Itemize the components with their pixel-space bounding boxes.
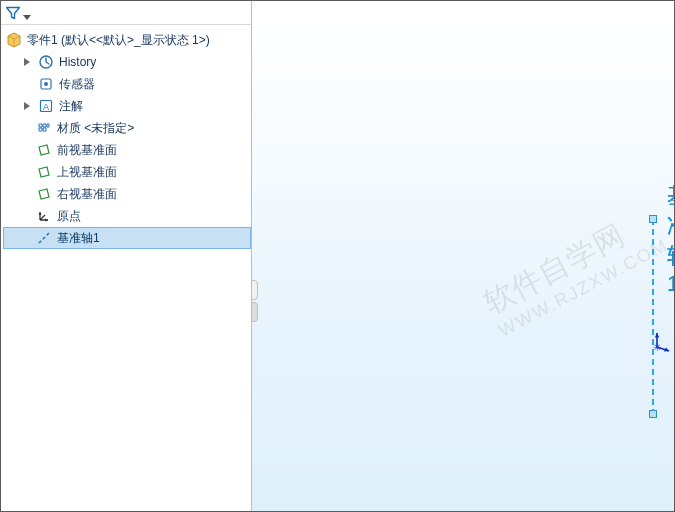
feature-tree-panel: 零件1 (默认<<默认>_显示状态 1>) History xyxy=(1,1,252,511)
chevron-down-icon xyxy=(23,10,31,16)
svg-text:✳: ✳ xyxy=(653,342,661,353)
expand-right-icon[interactable] xyxy=(21,100,33,112)
origin-triad-icon: ✳ xyxy=(647,329,673,358)
tree-item-label: 原点 xyxy=(57,208,81,225)
graphics-viewport[interactable]: 软件自学网 WWW.RJZXW.COM 基准轴1 ✳ xyxy=(252,1,674,511)
svg-line-5 xyxy=(39,233,49,243)
material-icon xyxy=(35,119,53,137)
watermark-text: 软件自学网 WWW.RJZXW.COM xyxy=(477,200,672,342)
annotation-icon: A xyxy=(37,97,55,115)
axis-endpoint-handle[interactable] xyxy=(649,215,657,223)
watermark-line2: WWW.RJZXW.COM xyxy=(495,233,672,342)
app-window: 零件1 (默认<<默认>_显示状态 1>) History xyxy=(0,0,675,512)
sensor-icon xyxy=(37,75,55,93)
feature-tree: 零件1 (默认<<默认>_显示状态 1>) History xyxy=(1,25,251,249)
axis-endpoint-handle[interactable] xyxy=(649,410,657,418)
panel-splitter-handle[interactable] xyxy=(252,279,258,323)
plane-icon xyxy=(35,163,53,181)
tree-item-material[interactable]: 材质 <未指定> xyxy=(3,117,251,139)
tree-item-history[interactable]: History xyxy=(3,51,251,73)
tree-item-label: 传感器 xyxy=(59,76,95,93)
tree-root-label: 零件1 (默认<<默认>_显示状态 1>) xyxy=(27,32,210,49)
tree-item-axis1[interactable]: 基准轴1 xyxy=(3,227,251,249)
watermark-line1: 软件自学网 xyxy=(477,200,661,322)
tree-root-part[interactable]: 零件1 (默认<<默认>_显示状态 1>) xyxy=(3,29,251,51)
tree-item-label: 前视基准面 xyxy=(57,142,117,159)
splitter-grip xyxy=(252,302,258,322)
part-icon xyxy=(5,31,23,49)
expand-right-icon[interactable] xyxy=(21,56,33,68)
axis-icon xyxy=(35,229,53,247)
tree-item-sensors[interactable]: 传感器 xyxy=(3,73,251,95)
svg-text:A: A xyxy=(43,102,49,112)
axis-annotation-label[interactable]: 基准轴1 xyxy=(667,181,674,297)
tree-item-label: 上视基准面 xyxy=(57,164,117,181)
tree-item-label: History xyxy=(59,55,96,69)
tree-item-label: 右视基准面 xyxy=(57,186,117,203)
tree-item-plane-top[interactable]: 上视基准面 xyxy=(3,161,251,183)
origin-icon xyxy=(35,207,53,225)
history-icon xyxy=(37,53,55,71)
splitter-grip xyxy=(252,280,258,300)
filter-bar[interactable] xyxy=(1,1,251,25)
tree-item-label: 基准轴1 xyxy=(57,230,100,247)
svg-point-2 xyxy=(44,82,48,86)
tree-item-label: 材质 <未指定> xyxy=(57,120,134,137)
tree-item-annotations[interactable]: A 注解 xyxy=(3,95,251,117)
tree-item-plane-right[interactable]: 右视基准面 xyxy=(3,183,251,205)
plane-icon xyxy=(35,141,53,159)
tree-item-plane-front[interactable]: 前视基准面 xyxy=(3,139,251,161)
tree-item-label: 注解 xyxy=(59,98,83,115)
funnel-icon xyxy=(5,5,21,21)
plane-icon xyxy=(35,185,53,203)
datum-axis-line[interactable] xyxy=(652,219,654,415)
tree-item-origin[interactable]: 原点 xyxy=(3,205,251,227)
